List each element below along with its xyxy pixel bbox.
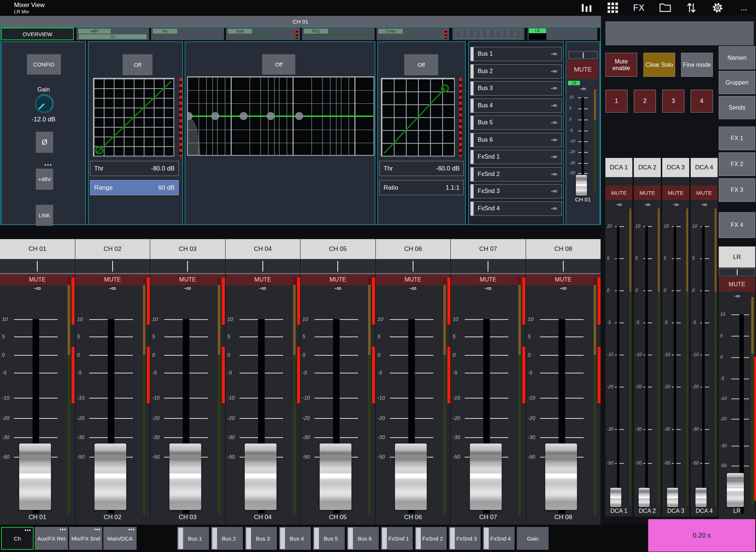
channel-select-header[interactable]: CH 05 — [300, 239, 375, 259]
channel-select-header[interactable]: CH 06 — [376, 239, 451, 259]
comp-threshold-row[interactable]: Thr -60.0 dB — [379, 161, 464, 176]
fader-knob[interactable] — [545, 444, 577, 510]
pan-slider[interactable] — [451, 259, 526, 274]
pan-slider[interactable] — [376, 259, 451, 274]
mute-button[interactable]: MUTE — [226, 274, 300, 285]
mute-button[interactable]: MUTE — [691, 186, 718, 200]
mute-button[interactable]: MUTE — [451, 274, 526, 285]
mute-button[interactable]: MUTE — [300, 274, 375, 285]
channel-select-header[interactable]: CH 01 — [0, 239, 75, 259]
bus-select-button[interactable]: FxSnd 2 — [415, 527, 447, 550]
layer-tab[interactable]: Mix/FX Snd — [69, 527, 102, 550]
send-row[interactable]: Bus 4 -∞ — [470, 99, 562, 113]
comp-curve-graph[interactable] — [381, 78, 455, 156]
tab-insert[interactable]: Ins — [151, 28, 224, 40]
pan-slider[interactable] — [526, 259, 601, 274]
dca-select-header[interactable]: DCA 3 — [662, 158, 689, 177]
more-menu-icon[interactable]: ... — [738, 1, 750, 14]
fx-icon[interactable]: FX — [633, 1, 645, 14]
send-row[interactable]: Bus 3 -∞ — [470, 81, 562, 96]
fader-track[interactable] — [674, 226, 676, 506]
fx2-button[interactable]: FX 2 — [719, 152, 755, 176]
names-button[interactable]: Namen — [719, 46, 755, 69]
layer-tab[interactable]: Main/DCA — [103, 527, 137, 550]
fx4-button[interactable]: FX 4 — [719, 212, 755, 238]
gate-curve-graph[interactable] — [93, 78, 174, 156]
fader-knob[interactable] — [695, 488, 707, 507]
pan-slider[interactable] — [300, 259, 375, 274]
phantom-power-button[interactable]: +48V — [36, 169, 53, 190]
mute-enable-button[interactable]: Mute enable — [605, 53, 637, 77]
folder-icon[interactable] — [659, 1, 671, 14]
pan-slider[interactable] — [568, 51, 598, 59]
send-row[interactable]: FxSnd 1 -∞ — [470, 150, 562, 164]
pan-slider[interactable] — [0, 259, 75, 274]
mute-group-button[interactable]: 2 — [634, 90, 656, 113]
channel-link-button[interactable]: LINK — [36, 205, 53, 226]
mute-button[interactable]: MUTE — [719, 277, 755, 291]
tab-peq[interactable]: PEQ — [302, 28, 375, 40]
fader-track[interactable] — [581, 97, 584, 176]
channel-select-header[interactable]: CH 02 — [75, 239, 150, 259]
channel-select-header[interactable]: CH 04 — [226, 239, 300, 259]
scribble-strip-box[interactable] — [605, 21, 754, 45]
tab-gate[interactable]: Gate — [226, 28, 300, 40]
fader-track[interactable] — [617, 226, 619, 506]
fx-time-button[interactable]: 0.20 s — [648, 519, 755, 552]
channel-grid-icon[interactable] — [606, 1, 619, 14]
mute-button[interactable]: MUTE — [526, 274, 601, 285]
bus-select-button[interactable]: Bus 3 — [245, 527, 277, 550]
lr-select-header[interactable]: LR — [719, 246, 755, 268]
fader-knob[interactable] — [667, 488, 678, 507]
mute-button[interactable]: MUTE — [662, 186, 689, 200]
fader-knob[interactable] — [19, 444, 51, 510]
mute-button[interactable]: MUTE — [75, 274, 150, 285]
channel-select-header[interactable]: CH 03 — [150, 239, 225, 259]
bus-select-button[interactable]: FxSnd 4 — [483, 527, 515, 550]
send-row[interactable]: FxSnd 4 -∞ — [470, 201, 562, 216]
clear-solo-button[interactable]: Clear Solo — [643, 53, 675, 77]
mute-group-button[interactable]: 3 — [662, 90, 684, 113]
dca-select-header[interactable]: DCA 4 — [691, 158, 718, 177]
tab-overview[interactable]: OVERVIEW — [1, 28, 74, 40]
peq-curve-graph[interactable] — [187, 76, 374, 156]
pan-slider[interactable] — [226, 259, 300, 274]
comp-state-button[interactable]: Off — [404, 54, 438, 75]
gain-knob[interactable] — [35, 94, 54, 113]
fader-knob[interactable] — [576, 175, 587, 196]
sends-button[interactable]: Sends — [719, 96, 755, 119]
tab-main-lr[interactable]: LR — [528, 28, 597, 40]
mute-group-button[interactable]: 4 — [691, 90, 713, 113]
config-button[interactable]: CONFIG — [27, 54, 61, 75]
fx1-button[interactable]: FX 1 — [719, 127, 755, 150]
mute-group-button[interactable]: 1 — [605, 90, 628, 113]
fader-knob[interactable] — [94, 444, 126, 510]
layer-tab[interactable]: Ch — [1, 527, 34, 550]
mute-button[interactable]: MUTE — [150, 274, 225, 285]
dca-select-header[interactable]: DCA 1 — [605, 158, 632, 177]
mute-button[interactable]: MUTE — [634, 186, 661, 200]
send-row[interactable]: Bus 1 -∞ — [470, 47, 562, 61]
send-row[interactable]: FxSnd 2 -∞ — [470, 167, 562, 182]
fine-mode-button[interactable]: Fine mode — [681, 53, 713, 77]
gate-state-button[interactable]: Off — [123, 54, 152, 75]
bus-select-button[interactable]: Bus 2 — [211, 527, 243, 550]
fader-knob[interactable] — [610, 488, 621, 507]
pan-slider[interactable] — [150, 259, 225, 274]
fader-knob[interactable] — [727, 473, 744, 507]
bus-select-button[interactable]: FxSnd 3 — [449, 527, 481, 550]
fader-knob[interactable] — [169, 444, 201, 510]
bus-select-button[interactable]: Bus 1 — [177, 527, 209, 550]
fader-knob[interactable] — [639, 488, 650, 507]
gate-threshold-row[interactable]: Thr -80.0 dB — [90, 161, 179, 176]
peq-state-button[interactable]: Off — [262, 54, 295, 75]
mute-button[interactable]: MUTE — [0, 274, 75, 285]
pan-slider[interactable] — [719, 268, 755, 276]
comp-ratio-row[interactable]: Ratio 1.1:1 — [379, 180, 464, 195]
mute-button[interactable]: MUTE — [567, 61, 599, 79]
fader-track[interactable] — [645, 226, 648, 506]
tab-comp[interactable]: Comp — [377, 28, 449, 40]
fader-knob[interactable] — [245, 444, 276, 510]
bus-select-button[interactable]: Bus 5 — [313, 527, 345, 550]
fader-knob[interactable] — [320, 444, 351, 510]
